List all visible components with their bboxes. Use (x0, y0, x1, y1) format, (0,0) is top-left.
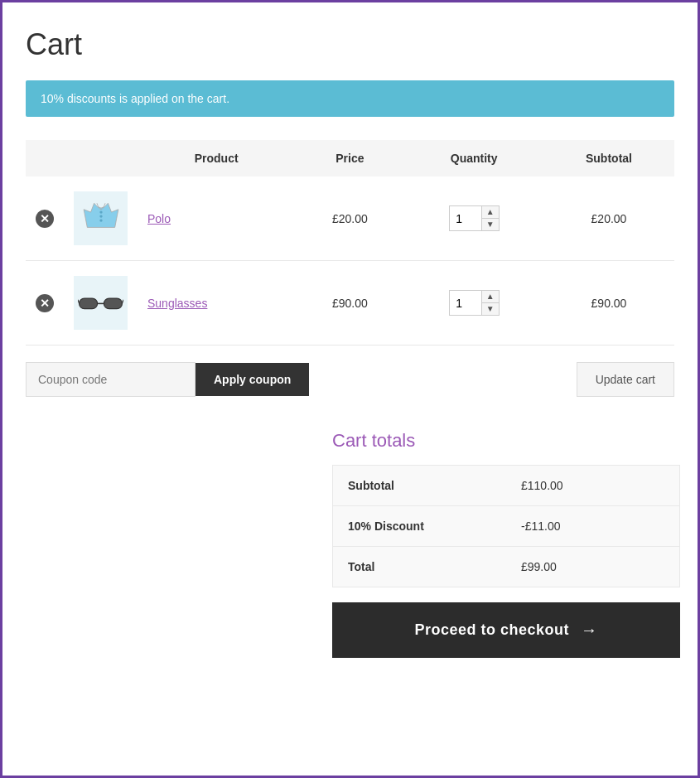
sunglasses-qty-down[interactable]: ▼ (482, 303, 499, 315)
polo-shirt-icon (80, 198, 122, 239)
polo-quantity-input[interactable] (450, 209, 481, 229)
image-cell (64, 176, 138, 261)
cart-totals-section: Cart totals Subtotal £110.00 10% Discoun… (332, 430, 697, 658)
discount-notice: 10% discounts is applied on the cart. (26, 80, 674, 117)
sunglasses-quantity-cell: ▲ ▼ (404, 261, 543, 346)
col-remove (26, 140, 64, 176)
update-cart-button[interactable]: Update cart (577, 362, 674, 397)
col-quantity: Quantity (404, 140, 543, 176)
page-title: Cart (26, 27, 674, 62)
table-row: ✕ Sunglasses £ (26, 261, 674, 346)
polo-name-cell: Polo (138, 176, 295, 261)
proceed-arrow-icon: → (581, 621, 598, 640)
col-image (64, 140, 138, 176)
table-row: ✕ Polo £20.00 (26, 176, 674, 261)
polo-price: £20.00 (295, 176, 404, 261)
sunglasses-price: £90.00 (295, 261, 404, 346)
totals-subtotal-label: Subtotal (333, 466, 507, 506)
totals-discount-label: 10% Discount (333, 506, 507, 547)
polo-qty-down[interactable]: ▼ (482, 219, 499, 230)
polo-image (74, 191, 128, 245)
totals-subtotal-row: Subtotal £110.00 (333, 466, 680, 506)
totals-subtotal-value: £110.00 (506, 466, 680, 506)
polo-qty-up[interactable]: ▲ (482, 206, 499, 219)
remove-cell: ✕ (26, 176, 64, 261)
coupon-input[interactable] (26, 362, 196, 397)
image-cell (64, 261, 138, 346)
proceed-label: Proceed to checkout (414, 621, 569, 639)
apply-coupon-button[interactable]: Apply coupon (196, 363, 309, 396)
cart-table: Product Price Quantity Subtotal ✕ (26, 140, 674, 346)
page-wrapper: Cart 10% discounts is applied on the car… (0, 0, 700, 778)
col-product: Product (138, 140, 295, 176)
sunglasses-quantity-input[interactable] (450, 293, 481, 313)
svg-line-7 (122, 299, 123, 303)
sunglasses-qty-up[interactable]: ▲ (482, 291, 499, 303)
remove-sunglasses-button[interactable]: ✕ (36, 294, 54, 312)
polo-link[interactable]: Polo (147, 212, 171, 225)
svg-point-1 (99, 215, 102, 217)
svg-rect-3 (80, 298, 98, 309)
polo-subtotal: £20.00 (543, 176, 674, 261)
sunglasses-link[interactable]: Sunglasses (147, 297, 207, 310)
col-subtotal: Subtotal (543, 140, 674, 176)
svg-line-6 (78, 299, 80, 303)
totals-total-label: Total (333, 547, 507, 587)
remove-cell: ✕ (26, 261, 64, 346)
table-header-row: Product Price Quantity Subtotal (26, 140, 674, 176)
svg-rect-4 (104, 298, 122, 309)
col-price: Price (295, 140, 404, 176)
polo-quantity-cell: ▲ ▼ (404, 176, 543, 261)
sunglasses-quantity-arrows: ▲ ▼ (481, 291, 499, 315)
totals-total-row: Total £99.00 (333, 547, 680, 587)
totals-discount-row: 10% Discount -£11.00 (333, 506, 680, 547)
remove-polo-button[interactable]: ✕ (36, 210, 54, 228)
cart-totals-title: Cart totals (332, 430, 415, 452)
sunglasses-image (74, 276, 128, 330)
sunglasses-icon (78, 291, 123, 316)
totals-total-value: £99.00 (506, 547, 680, 587)
totals-discount-value: -£11.00 (506, 506, 680, 547)
proceed-to-checkout-button[interactable]: Proceed to checkout → (332, 602, 680, 658)
svg-point-2 (99, 219, 102, 221)
totals-table: Subtotal £110.00 10% Discount -£11.00 To… (332, 465, 680, 587)
sunglasses-subtotal: £90.00 (543, 261, 674, 346)
polo-quantity-arrows: ▲ ▼ (481, 206, 499, 230)
svg-point-0 (99, 210, 102, 213)
coupon-row: Apply coupon Update cart (26, 362, 674, 397)
sunglasses-quantity-wrap: ▲ ▼ (449, 290, 500, 316)
polo-quantity-wrap: ▲ ▼ (449, 205, 500, 231)
sunglasses-name-cell: Sunglasses (138, 261, 295, 346)
